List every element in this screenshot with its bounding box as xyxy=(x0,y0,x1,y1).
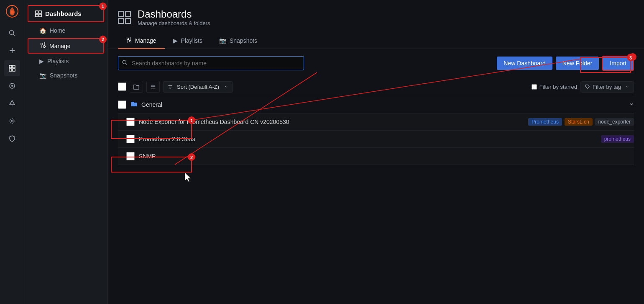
filter-starred-checkbox[interactable] xyxy=(532,84,537,90)
tab-manage-label: Manage xyxy=(135,37,156,44)
svg-point-1 xyxy=(10,10,14,14)
icon-bar xyxy=(0,0,24,304)
sidebar-item-snapshots-label: Snapshots xyxy=(50,72,77,79)
app-logo[interactable] xyxy=(4,3,20,19)
tabs-bar: Manage ▶ Playlists 📷 Snapshots xyxy=(108,33,644,49)
import-badge: 3 xyxy=(629,53,636,61)
sidebar-title-badge: 1 xyxy=(99,3,107,10)
page-subtitle: Manage dashboards & folders xyxy=(138,20,210,26)
import-button[interactable]: Import 3 xyxy=(602,56,634,71)
sort-dropdown[interactable]: Sort (Default A-Z) xyxy=(163,81,233,93)
svg-rect-15 xyxy=(39,11,41,13)
dashboard-checkbox-1[interactable] xyxy=(126,135,135,143)
svg-line-3 xyxy=(13,34,15,36)
sort-label: Sort (Default A-Z) xyxy=(177,84,219,90)
svg-rect-16 xyxy=(36,14,38,17)
folder-view-button[interactable] xyxy=(130,81,143,93)
playlists-icon: ▶ xyxy=(39,58,44,64)
svg-line-27 xyxy=(126,64,127,65)
search-icon xyxy=(122,60,128,67)
sidebar-item-home[interactable]: 🏠 Home xyxy=(28,24,104,37)
table-controls: Sort (Default A-Z) Filter by starred Fil… xyxy=(118,77,634,96)
tab-snapshots-label: Snapshots xyxy=(230,37,257,44)
sidebar-item-shield[interactable] xyxy=(4,131,20,147)
filter-tag-label: Filter by tag xyxy=(593,84,621,90)
tag-starslen: StarsL.cn xyxy=(565,118,593,126)
svg-rect-8 xyxy=(9,69,12,71)
sidebar-item-snapshots[interactable]: 📷 Snapshots xyxy=(28,69,104,82)
sidebar-item-manage[interactable]: Manage 2 xyxy=(28,38,104,54)
svg-point-13 xyxy=(11,120,13,122)
sidebar: Dashboards 1 🏠 Home Manage 2 ▶ Playlists… xyxy=(24,0,108,304)
list-view-button[interactable] xyxy=(146,81,160,93)
manage-icon xyxy=(40,42,46,49)
svg-rect-7 xyxy=(13,65,15,68)
new-folder-button[interactable]: New Folder xyxy=(556,57,599,70)
dashboard-name-2: SNMP xyxy=(139,153,634,160)
sidebar-item-alerting[interactable] xyxy=(4,95,20,111)
tab-playlists-label: Playlists xyxy=(181,37,202,44)
dashboard-row-2[interactable]: SNMP xyxy=(118,148,634,165)
content-wrapper: New Dashboard New Folder Import 3 xyxy=(108,49,644,304)
table-area: Sort (Default A-Z) Filter by starred Fil… xyxy=(108,77,644,304)
tag-prometheus: Prometheus xyxy=(528,118,562,126)
svg-point-19 xyxy=(43,46,46,48)
svg-point-23 xyxy=(129,40,131,42)
dashboard-checkbox-0[interactable] xyxy=(126,118,135,126)
dashboard-row-1[interactable]: Prometheus 2.0 Stats prometheus xyxy=(118,131,634,148)
page-header-text: Dashboards Manage dashboards & folders xyxy=(138,8,210,26)
sidebar-item-explore[interactable] xyxy=(4,78,20,94)
search-input[interactable] xyxy=(118,56,304,70)
tab-manage-icon xyxy=(126,37,132,44)
filter-starred[interactable]: Filter by starred xyxy=(532,84,577,90)
svg-rect-6 xyxy=(9,65,12,68)
dashboard-name-0: Node Exporter for Prometheus Dashboard C… xyxy=(139,119,526,125)
tag-node-exporter: node_exporter xyxy=(595,118,634,126)
sidebar-item-create[interactable] xyxy=(4,43,20,59)
toolbar: New Dashboard New Folder Import 3 xyxy=(108,49,644,77)
dashboard-name-1: Prometheus 2.0 Stats xyxy=(139,136,598,142)
folder-general[interactable]: General xyxy=(118,96,634,113)
svg-rect-17 xyxy=(39,14,41,17)
page-title: Dashboards xyxy=(138,8,210,20)
sidebar-item-manage-label: Manage xyxy=(49,43,71,49)
snapshots-icon: 📷 xyxy=(39,72,46,79)
svg-point-22 xyxy=(127,38,129,40)
folder-icon xyxy=(130,100,137,109)
sidebar-item-home-label: Home xyxy=(50,27,65,34)
dashboards-page-icon xyxy=(118,11,131,24)
select-all-checkbox[interactable] xyxy=(118,82,126,91)
tab-snapshots-icon: 📷 xyxy=(219,37,226,44)
tab-playlists-icon: ▶ xyxy=(173,37,178,44)
svg-point-26 xyxy=(123,60,126,64)
new-dashboard-button[interactable]: New Dashboard xyxy=(497,57,552,70)
home-icon: 🏠 xyxy=(39,27,46,34)
sidebar-item-configuration[interactable] xyxy=(4,113,20,129)
tab-playlists[interactable]: ▶ Playlists xyxy=(165,33,211,49)
main-content: Dashboards Manage dashboards & folders M… xyxy=(108,0,644,304)
page-header: Dashboards Manage dashboards & folders xyxy=(108,0,644,26)
tab-manage[interactable]: Manage xyxy=(118,33,165,49)
folder-name: General xyxy=(141,101,629,108)
sidebar-item-playlists-label: Playlists xyxy=(47,58,69,64)
sidebar-item-search[interactable] xyxy=(4,25,20,41)
svg-point-2 xyxy=(9,31,13,35)
sidebar-item-playlists[interactable]: ▶ Playlists xyxy=(28,54,104,68)
filter-starred-label: Filter by starred xyxy=(539,84,577,90)
sidebar-item-dashboards-icon[interactable] xyxy=(4,60,20,76)
sidebar-dashboards-header[interactable]: Dashboards 1 xyxy=(28,5,104,22)
svg-point-18 xyxy=(41,43,43,45)
filter-tag-dropdown[interactable]: Filter by tag xyxy=(580,81,634,93)
tag-prometheus-stats: prometheus xyxy=(601,135,634,143)
sidebar-title: Dashboards xyxy=(45,10,82,17)
tab-snapshots[interactable]: 📷 Snapshots xyxy=(211,33,266,49)
folder-chevron-icon xyxy=(629,101,634,108)
dashboard-checkbox-2[interactable] xyxy=(126,152,135,160)
svg-point-11 xyxy=(11,85,13,87)
search-box xyxy=(118,56,304,70)
folder-checkbox[interactable] xyxy=(118,100,126,109)
svg-rect-14 xyxy=(36,11,38,13)
dashboard-row-0[interactable]: Node Exporter for Prometheus Dashboard C… xyxy=(118,113,634,131)
svg-rect-9 xyxy=(13,69,15,71)
manage-badge: 2 xyxy=(99,36,107,43)
